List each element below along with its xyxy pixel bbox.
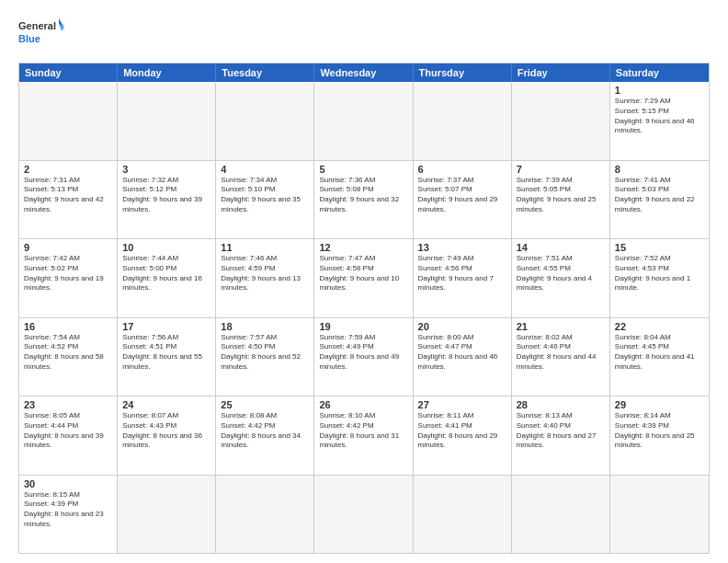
empty-cell-5-6 — [610, 476, 709, 554]
day-cell-17: 17Sunrise: 7:56 AM Sunset: 4:51 PM Dayli… — [118, 318, 216, 396]
header-day-tuesday: Tuesday — [216, 63, 314, 82]
header-day-saturday: Saturday — [610, 63, 709, 82]
day-number: 10 — [122, 242, 210, 253]
cell-info: Sunrise: 7:39 AM Sunset: 5:05 PM Dayligh… — [517, 176, 605, 215]
day-cell-10: 10Sunrise: 7:44 AM Sunset: 5:00 PM Dayli… — [118, 239, 216, 317]
empty-cell-5-1 — [118, 476, 216, 554]
cell-info: Sunrise: 7:59 AM Sunset: 4:49 PM Dayligh… — [319, 333, 407, 373]
empty-cell-5-2 — [216, 476, 314, 554]
day-cell-5: 5Sunrise: 7:36 AM Sunset: 5:08 PM Daylig… — [314, 161, 413, 239]
day-number: 23 — [24, 399, 112, 410]
day-cell-3: 3Sunrise: 7:32 AM Sunset: 5:12 PM Daylig… — [118, 161, 216, 239]
page: General Blue SundayMondayTuesdayWednesda… — [0, 0, 728, 563]
cell-info: Sunrise: 7:57 AM Sunset: 4:50 PM Dayligh… — [221, 333, 309, 373]
cell-info: Sunrise: 7:51 AM Sunset: 4:55 PM Dayligh… — [517, 254, 605, 293]
cell-info: Sunrise: 8:14 AM Sunset: 4:39 PM Dayligh… — [615, 411, 704, 451]
day-number: 9 — [24, 242, 112, 253]
empty-cell-0-5 — [512, 82, 610, 160]
cell-info: Sunrise: 8:10 AM Sunset: 4:42 PM Dayligh… — [319, 411, 407, 451]
day-number: 26 — [319, 399, 407, 410]
day-cell-13: 13Sunrise: 7:49 AM Sunset: 4:56 PM Dayli… — [414, 239, 512, 317]
cell-info: Sunrise: 8:05 AM Sunset: 4:44 PM Dayligh… — [24, 411, 112, 451]
svg-text:Blue: Blue — [18, 33, 40, 44]
day-number: 6 — [418, 164, 506, 175]
cell-info: Sunrise: 7:31 AM Sunset: 5:13 PM Dayligh… — [24, 176, 112, 215]
day-cell-26: 26Sunrise: 8:10 AM Sunset: 4:42 PM Dayli… — [314, 396, 413, 475]
day-number: 30 — [24, 478, 112, 489]
day-number: 1 — [615, 85, 704, 96]
day-number: 17 — [122, 321, 210, 332]
day-number: 25 — [221, 399, 309, 410]
day-number: 22 — [615, 321, 704, 332]
header: General Blue — [18, 15, 710, 55]
cell-info: Sunrise: 7:42 AM Sunset: 5:02 PM Dayligh… — [24, 254, 112, 293]
calendar-row-3: 16Sunrise: 7:54 AM Sunset: 4:52 PM Dayli… — [19, 317, 709, 396]
day-number: 24 — [122, 399, 210, 410]
day-number: 15 — [615, 242, 704, 253]
day-number: 28 — [517, 399, 605, 410]
calendar-body: 1Sunrise: 7:29 AM Sunset: 5:15 PM Daylig… — [19, 82, 709, 553]
cell-info: Sunrise: 7:41 AM Sunset: 5:03 PM Dayligh… — [615, 176, 704, 215]
cell-info: Sunrise: 8:00 AM Sunset: 4:47 PM Dayligh… — [418, 333, 506, 373]
empty-cell-0-2 — [216, 82, 314, 160]
cell-info: Sunrise: 7:46 AM Sunset: 4:59 PM Dayligh… — [221, 254, 309, 293]
day-cell-28: 28Sunrise: 8:13 AM Sunset: 4:40 PM Dayli… — [512, 396, 610, 475]
cell-info: Sunrise: 7:29 AM Sunset: 5:15 PM Dayligh… — [615, 97, 704, 136]
day-cell-18: 18Sunrise: 7:57 AM Sunset: 4:50 PM Dayli… — [216, 318, 314, 396]
header-day-monday: Monday — [118, 63, 216, 82]
day-cell-4: 4Sunrise: 7:34 AM Sunset: 5:10 PM Daylig… — [216, 161, 314, 239]
cell-info: Sunrise: 8:11 AM Sunset: 4:41 PM Dayligh… — [418, 411, 506, 451]
day-cell-16: 16Sunrise: 7:54 AM Sunset: 4:52 PM Dayli… — [19, 318, 118, 396]
day-cell-19: 19Sunrise: 7:59 AM Sunset: 4:49 PM Dayli… — [314, 318, 413, 396]
day-cell-22: 22Sunrise: 8:04 AM Sunset: 4:45 PM Dayli… — [610, 318, 709, 396]
day-cell-14: 14Sunrise: 7:51 AM Sunset: 4:55 PM Dayli… — [512, 239, 610, 317]
day-cell-9: 9Sunrise: 7:42 AM Sunset: 5:02 PM Daylig… — [19, 239, 118, 317]
day-number: 29 — [615, 399, 704, 410]
header-day-sunday: Sunday — [19, 63, 118, 82]
header-day-wednesday: Wednesday — [314, 63, 413, 82]
logo-svg: General Blue — [18, 15, 64, 55]
cell-info: Sunrise: 7:49 AM Sunset: 4:56 PM Dayligh… — [418, 254, 506, 293]
cell-info: Sunrise: 8:02 AM Sunset: 4:46 PM Dayligh… — [517, 333, 605, 373]
cell-info: Sunrise: 8:15 AM Sunset: 4:39 PM Dayligh… — [24, 490, 112, 530]
day-cell-25: 25Sunrise: 8:08 AM Sunset: 4:42 PM Dayli… — [216, 396, 314, 475]
day-number: 8 — [615, 164, 704, 175]
empty-cell-5-5 — [512, 476, 610, 554]
day-cell-1: 1Sunrise: 7:29 AM Sunset: 5:15 PM Daylig… — [610, 82, 709, 160]
day-cell-20: 20Sunrise: 8:00 AM Sunset: 4:47 PM Dayli… — [414, 318, 512, 396]
day-number: 4 — [221, 164, 309, 175]
cell-info: Sunrise: 8:07 AM Sunset: 4:43 PM Dayligh… — [122, 411, 210, 451]
day-cell-23: 23Sunrise: 8:05 AM Sunset: 4:44 PM Dayli… — [19, 396, 118, 475]
day-number: 3 — [122, 164, 210, 175]
header-day-friday: Friday — [512, 63, 610, 82]
empty-cell-5-3 — [314, 476, 413, 554]
calendar-row-2: 9Sunrise: 7:42 AM Sunset: 5:02 PM Daylig… — [19, 238, 709, 317]
cell-info: Sunrise: 7:56 AM Sunset: 4:51 PM Dayligh… — [122, 333, 210, 373]
cell-info: Sunrise: 8:04 AM Sunset: 4:45 PM Dayligh… — [615, 333, 704, 373]
day-number: 12 — [319, 242, 407, 253]
cell-info: Sunrise: 7:54 AM Sunset: 4:52 PM Dayligh… — [24, 333, 112, 373]
day-number: 7 — [517, 164, 605, 175]
day-cell-8: 8Sunrise: 7:41 AM Sunset: 5:03 PM Daylig… — [610, 161, 709, 239]
day-number: 13 — [418, 242, 506, 253]
day-number: 20 — [418, 321, 506, 332]
header-day-thursday: Thursday — [414, 63, 512, 82]
svg-text:General: General — [18, 20, 56, 31]
cell-info: Sunrise: 8:08 AM Sunset: 4:42 PM Dayligh… — [221, 411, 309, 451]
empty-cell-5-4 — [414, 476, 512, 554]
day-number: 27 — [418, 399, 506, 410]
day-cell-21: 21Sunrise: 8:02 AM Sunset: 4:46 PM Dayli… — [512, 318, 610, 396]
day-number: 19 — [319, 321, 407, 332]
day-cell-24: 24Sunrise: 8:07 AM Sunset: 4:43 PM Dayli… — [118, 396, 216, 475]
day-cell-29: 29Sunrise: 8:14 AM Sunset: 4:39 PM Dayli… — [610, 396, 709, 475]
day-cell-12: 12Sunrise: 7:47 AM Sunset: 4:58 PM Dayli… — [314, 239, 413, 317]
day-number: 2 — [24, 164, 112, 175]
calendar-row-5: 30Sunrise: 8:15 AM Sunset: 4:39 PM Dayli… — [19, 475, 709, 554]
day-cell-11: 11Sunrise: 7:46 AM Sunset: 4:59 PM Dayli… — [216, 239, 314, 317]
empty-cell-0-3 — [314, 82, 413, 160]
calendar-header: SundayMondayTuesdayWednesdayThursdayFrid… — [19, 63, 709, 82]
cell-info: Sunrise: 7:32 AM Sunset: 5:12 PM Dayligh… — [122, 176, 210, 215]
cell-info: Sunrise: 8:13 AM Sunset: 4:40 PM Dayligh… — [517, 411, 605, 451]
day-cell-30: 30Sunrise: 8:15 AM Sunset: 4:39 PM Dayli… — [19, 476, 118, 554]
cell-info: Sunrise: 7:34 AM Sunset: 5:10 PM Dayligh… — [221, 176, 309, 215]
